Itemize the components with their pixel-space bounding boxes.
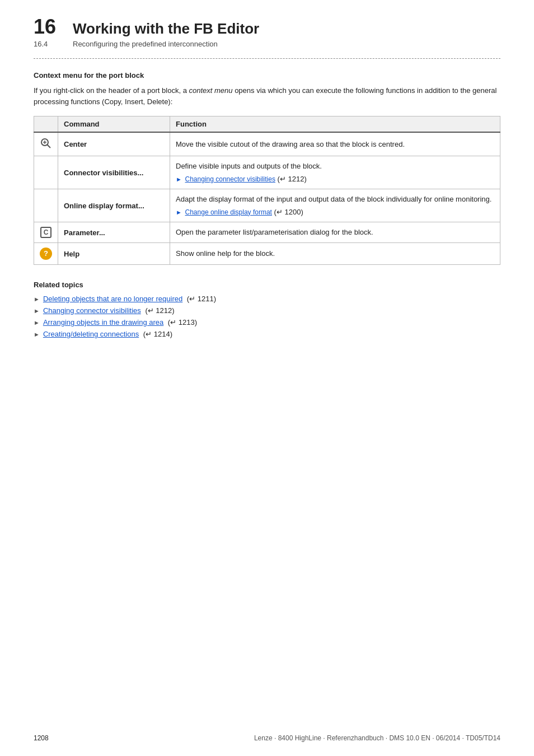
context-menu-heading: Context menu for the port block xyxy=(34,71,500,80)
c-box-icon: C xyxy=(40,227,51,238)
related-link-arranging[interactable]: Arranging objects in the drawing area xyxy=(43,318,163,326)
table-row: Connector visibilities... Define visible… xyxy=(34,156,500,189)
connector-command: Connector visibilities... xyxy=(58,156,170,189)
section-title: Reconfiguring the predefined interconnec… xyxy=(73,40,218,48)
header-section: 16 Working with the FB Editor 16.4 Recon… xyxy=(34,17,500,48)
parameter-icon-cell: C xyxy=(34,222,58,243)
related-link-connector[interactable]: Changing connector visibilities xyxy=(43,306,141,315)
online-command: Online display format... xyxy=(58,189,170,222)
center-function: Move the visible cutout of the drawing a… xyxy=(170,132,500,156)
table-row: C Parameter... Open the parameter list/p… xyxy=(34,222,500,243)
intro-text: If you right-click on the header of a po… xyxy=(34,85,500,107)
table-header-row: Command Function xyxy=(34,116,500,133)
related-topics-heading: Related topics xyxy=(34,281,500,289)
center-icon-cell xyxy=(34,132,58,156)
list-item: ► Creating/deleting connections (↵ 1214) xyxy=(34,330,500,338)
table-row: ? Help Show online help for the block. xyxy=(34,243,500,265)
related-link-creating[interactable]: Creating/deleting connections xyxy=(43,330,139,338)
arrow-icon: ► xyxy=(176,208,182,217)
related-topics-list: ► Deleting objects that are no longer re… xyxy=(34,295,500,338)
table-row: Center Move the visible cutout of the dr… xyxy=(34,132,500,156)
chapter-title: Working with the FB Editor xyxy=(73,20,259,38)
center-label: Center xyxy=(64,140,87,148)
online-display-ref: (↵ 1200) xyxy=(274,208,303,216)
arrow-icon: ► xyxy=(34,307,40,314)
intro-text-part1: If you right-click on the header of a po… xyxy=(34,86,189,95)
parameter-label: Parameter... xyxy=(64,228,105,237)
connector-function: Define visible inputs and outputs of the… xyxy=(170,156,500,189)
online-function: Adapt the display format of the input an… xyxy=(170,189,500,222)
online-icon-cell xyxy=(34,189,58,222)
arrow-icon: ► xyxy=(176,175,182,184)
help-label: Help xyxy=(64,250,79,258)
connector-label: Connector visibilities... xyxy=(64,169,143,177)
divider xyxy=(34,58,500,59)
help-icon-cell: ? xyxy=(34,243,58,265)
related-link-deleting[interactable]: Deleting objects that are no longer requ… xyxy=(43,295,182,303)
arrow-icon: ► xyxy=(34,296,40,302)
footer-right-text: Lenze · 8400 HighLine · Referenzhandbuch… xyxy=(254,734,500,742)
connector-visibilities-ref: (↵ 1212) xyxy=(278,175,307,183)
command-table: Command Function Center xyxy=(34,116,500,265)
list-item: ► Arranging objects in the drawing area … xyxy=(34,318,500,326)
table-header-icon xyxy=(34,116,58,133)
help-function: Show online help for the block. xyxy=(170,243,500,265)
related-ref-4: (↵ 1214) xyxy=(141,330,172,338)
list-item: ► Changing connector visibilities (↵ 121… xyxy=(34,306,500,315)
footer: 1208 Lenze · 8400 HighLine · Referenzhan… xyxy=(34,734,500,742)
page: 16 Working with the FB Editor 16.4 Recon… xyxy=(0,0,534,756)
related-ref-3: (↵ 1213) xyxy=(166,318,197,326)
table-col-command-header: Command xyxy=(58,116,170,133)
list-item: ► Deleting objects that are no longer re… xyxy=(34,295,500,303)
online-function-text: Adapt the display format of the input an… xyxy=(176,195,491,203)
related-ref-1: (↵ 1211) xyxy=(185,295,216,303)
center-function-text: Move the visible cutout of the drawing a… xyxy=(176,140,405,148)
chapter-number: 16 xyxy=(34,17,56,37)
connector-sublink: ► Changing connector visibilities (↵ 121… xyxy=(176,174,494,185)
magnify-icon xyxy=(40,137,52,150)
connector-function-text: Define visible inputs and outputs of the… xyxy=(176,162,322,170)
svg-line-1 xyxy=(48,145,51,148)
table-row: Online display format... Adapt the displ… xyxy=(34,189,500,222)
help-command: Help xyxy=(58,243,170,265)
parameter-command: Parameter... xyxy=(58,222,170,243)
section-number: 16.4 xyxy=(34,40,56,48)
help-icon: ? xyxy=(40,248,52,260)
page-number: 1208 xyxy=(34,734,49,742)
section-line: 16.4 Reconfiguring the predefined interc… xyxy=(34,40,500,48)
connector-visibilities-link[interactable]: Changing connector visibilities xyxy=(185,175,275,183)
parameter-function: Open the parameter list/parameterisation… xyxy=(170,222,500,243)
center-command: Center xyxy=(58,132,170,156)
online-label: Online display format... xyxy=(64,202,144,210)
online-display-link[interactable]: Change online display format xyxy=(185,208,272,216)
online-sublink: ► Change online display format (↵ 1200) xyxy=(176,207,494,218)
context-menu-italic: context menu xyxy=(189,86,232,95)
related-ref-2: (↵ 1212) xyxy=(143,306,175,315)
chapter-line: 16 Working with the FB Editor xyxy=(34,17,500,38)
table-col-function-header: Function xyxy=(170,116,500,133)
arrow-icon: ► xyxy=(34,331,40,338)
arrow-icon: ► xyxy=(34,319,40,326)
connector-icon-cell xyxy=(34,156,58,189)
